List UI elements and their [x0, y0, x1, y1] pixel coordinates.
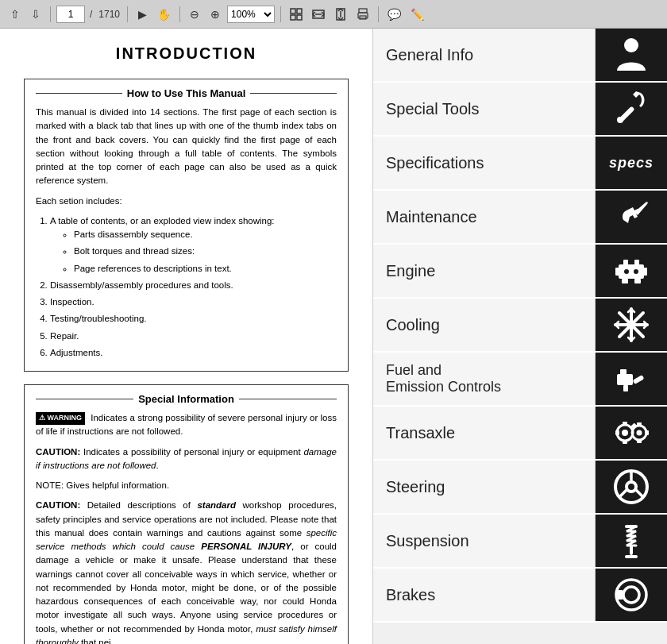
- nav-item-special-tools[interactable]: Special Tools: [373, 83, 667, 137]
- svg-point-11: [624, 38, 638, 52]
- warning-paragraph: ⚠ WARNING Indicates a strong possibility…: [36, 411, 337, 439]
- nav-item-cooling[interactable]: Cooling: [373, 299, 667, 353]
- left-panel: INTRODUCTION How to Use This Manual This…: [0, 29, 373, 644]
- svg-rect-16: [642, 268, 647, 276]
- svg-point-13: [617, 117, 623, 123]
- right-panel: General Info Special Tools Specificat: [373, 29, 667, 644]
- zoom-select[interactable]: 100% 50% 75% 125% 150% 200%: [227, 6, 275, 23]
- content-area: INTRODUCTION How to Use This Manual This…: [0, 29, 667, 644]
- svg-rect-28: [632, 375, 644, 384]
- note-text: NOTE: Gives helpful information.: [36, 479, 337, 492]
- nav-item-general-info[interactable]: General Info: [373, 29, 667, 83]
- toolbar: ⇧ ⇩ / 1710 ▶ ✋ ⊖ ⊕ 100% 50% 75% 125% 150…: [0, 0, 667, 29]
- scroll-down-button[interactable]: ⇩: [27, 4, 44, 25]
- divider-3: [179, 6, 180, 22]
- svg-rect-33: [623, 422, 627, 426]
- nav-icon-special-tools: [596, 83, 667, 135]
- svg-rect-49: [625, 555, 638, 558]
- section2-heading: Special Information: [36, 393, 337, 405]
- svg-point-38: [637, 430, 642, 436]
- section1-list: A table of contents, or an exploded view…: [50, 214, 337, 360]
- nav-label-general-info: General Info: [373, 29, 596, 81]
- fuel-icon: [611, 358, 652, 399]
- nav-icon-general-info: [596, 29, 667, 81]
- sublist-item-2: Bolt torques and thread sizes:: [74, 245, 337, 258]
- svg-rect-18: [634, 260, 639, 266]
- nav-label-engine: Engine: [373, 245, 596, 297]
- nav-item-fuel-emission[interactable]: Fuel andEmission Controls: [373, 353, 667, 407]
- svg-point-22: [634, 269, 638, 274]
- scroll-up-button[interactable]: ⇧: [6, 4, 24, 25]
- svg-line-46: [636, 490, 644, 498]
- page-separator: /: [90, 9, 92, 20]
- svg-rect-41: [645, 430, 649, 435]
- svg-rect-29: [620, 369, 627, 376]
- nav-icon-steering: [596, 461, 667, 513]
- fit-width-button[interactable]: [309, 4, 328, 25]
- nav-item-brakes[interactable]: Brakes: [373, 569, 667, 623]
- svg-rect-19: [622, 279, 628, 283]
- pen-button[interactable]: ✏️: [407, 4, 427, 25]
- caution2-text: CAUTION: Detailed descriptions of standa…: [36, 499, 337, 644]
- engine-icon: [611, 250, 652, 291]
- divider-4: [280, 6, 281, 22]
- divider-5: [378, 6, 379, 22]
- nav-icon-engine: [596, 245, 667, 297]
- list-item-6: Adjustments.: [50, 346, 337, 360]
- person-icon: [611, 34, 652, 75]
- nav-label-cooling: Cooling: [373, 299, 596, 351]
- nav-label-specifications: Specifications: [373, 137, 596, 189]
- svg-rect-30: [623, 385, 628, 391]
- fit-height-button[interactable]: [331, 4, 350, 25]
- svg-rect-48: [625, 525, 638, 528]
- section1-para2: Each setion includes:: [36, 195, 337, 208]
- section1-para1: This manual is divided into 14 sections.…: [36, 106, 337, 188]
- select-tool-button[interactable]: ▶: [133, 4, 151, 25]
- page-total: 1710: [98, 9, 120, 20]
- svg-rect-27: [617, 374, 633, 385]
- svg-rect-17: [623, 260, 628, 266]
- list-item-4: Testing/troubleshooting.: [50, 312, 337, 326]
- intro-title: INTRODUCTION: [24, 44, 349, 63]
- wrench-icon: [611, 88, 652, 129]
- nav-item-maintenance[interactable]: Maintenance: [373, 191, 667, 245]
- svg-rect-15: [615, 268, 620, 276]
- nav-item-engine[interactable]: Engine: [373, 245, 667, 299]
- nav-label-fuel-emission: Fuel andEmission Controls: [373, 353, 596, 405]
- nav-item-steering[interactable]: Steering: [373, 461, 667, 515]
- comment-button[interactable]: 💬: [384, 4, 404, 25]
- nav-label-transaxle: Transaxle: [373, 407, 596, 459]
- svg-rect-14: [619, 264, 644, 279]
- zoom-out-button[interactable]: ⊖: [186, 4, 203, 25]
- svg-rect-40: [637, 440, 642, 443]
- nav-item-suspension[interactable]: Suspension: [373, 515, 667, 569]
- page-number-input[interactable]: [56, 6, 85, 23]
- nav-label-maintenance: Maintenance: [373, 191, 596, 243]
- nav-icon-brakes: [596, 569, 667, 621]
- zoom-in-button[interactable]: ⊕: [206, 4, 224, 25]
- svg-line-45: [619, 490, 627, 498]
- nav-label-special-tools: Special Tools: [373, 83, 596, 135]
- nav-icon-fuel-emission: [596, 353, 667, 405]
- nav-label-brakes: Brakes: [373, 569, 596, 621]
- nav-icon-suspension: [596, 515, 667, 567]
- nav-item-specifications[interactable]: Specifications specs: [373, 137, 667, 191]
- divider-1: [50, 6, 51, 22]
- snowflake-icon: [611, 304, 652, 345]
- list-item-1: A table of contents, or an exploded view…: [50, 214, 337, 276]
- fit-page-button[interactable]: [287, 4, 306, 25]
- print-button[interactable]: [353, 4, 372, 25]
- suspension-icon: [611, 520, 652, 561]
- specs-text-icon: specs: [609, 155, 654, 172]
- svg-point-43: [627, 482, 636, 492]
- nav-icon-transaxle: [596, 407, 667, 459]
- nav-icon-specifications: specs: [596, 137, 667, 189]
- svg-rect-2: [291, 15, 295, 20]
- svg-point-21: [624, 269, 629, 274]
- nav-item-transaxle[interactable]: Transaxle: [373, 407, 667, 461]
- nav-icon-cooling: [596, 299, 667, 351]
- svg-point-51: [623, 587, 639, 603]
- list-item-5: Repair.: [50, 330, 337, 343]
- pan-tool-button[interactable]: ✋: [154, 4, 174, 25]
- brakes-icon: [611, 574, 652, 615]
